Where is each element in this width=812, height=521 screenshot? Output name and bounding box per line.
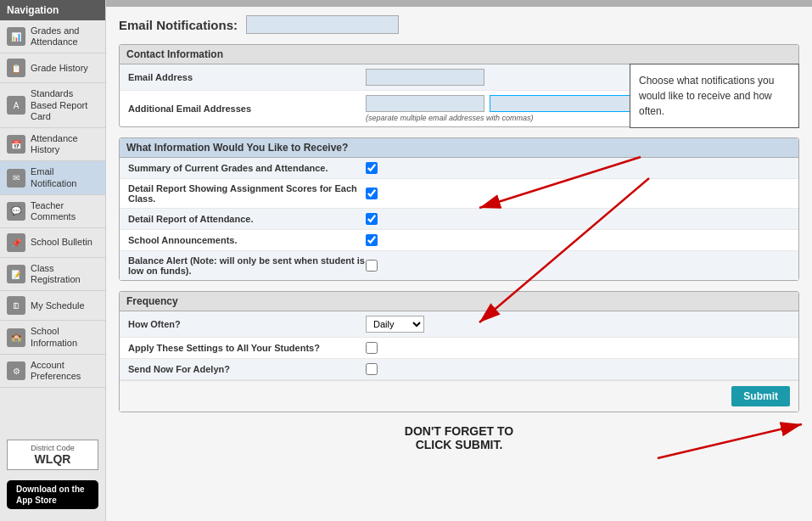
district-code-label: District Code xyxy=(13,444,92,452)
send-now-label: Send Now For Adelyn? xyxy=(128,364,366,374)
sidebar-item-label: Grade History xyxy=(31,63,88,74)
email-notification-icon: ✉ xyxy=(7,169,25,188)
sidebar-item-class-registration[interactable]: 📝 Class Registration xyxy=(0,258,105,291)
info-item-4-label: Balance Alert (Note: will only be sent w… xyxy=(128,255,366,276)
info-item-3-value xyxy=(366,234,790,246)
what-info-section: What Information Would You Like to Recei… xyxy=(119,137,799,281)
apply-settings-row: Apply These Settings to All Your Student… xyxy=(120,338,798,359)
app-store-label: App Store xyxy=(16,495,85,506)
top-bar xyxy=(106,0,812,7)
how-often-select[interactable]: Daily Weekly Monthly xyxy=(366,316,424,333)
sidebar-item-email-notification[interactable]: ✉ Email Notification xyxy=(0,161,105,194)
info-item-4: Balance Alert (Note: will only be sent w… xyxy=(120,251,798,280)
submit-row: Submit xyxy=(120,380,798,412)
sidebar: Navigation 📊 Grades and Attendance 📋 Gra… xyxy=(0,0,106,521)
nav-header: Navigation xyxy=(0,0,105,20)
info-item-0-checkbox[interactable] xyxy=(366,162,378,174)
school-information-icon: 🏫 xyxy=(7,328,25,347)
additional-email-hint: (separate multiple email addresses with … xyxy=(366,114,534,122)
email-notifications-header: Email Notifications: xyxy=(119,15,799,34)
district-code-box: District Code WLQR xyxy=(7,440,98,470)
how-often-value: Daily Weekly Monthly xyxy=(366,316,790,333)
my-schedule-icon: 🗓 xyxy=(7,296,25,315)
sidebar-item-school-bulletin[interactable]: 📌 School Bulletin xyxy=(0,228,105,258)
info-item-3-label: School Announcements. xyxy=(128,235,366,245)
email-notifications-label: Email Notifications: xyxy=(119,18,238,32)
sidebar-item-grades-attendance[interactable]: 📊 Grades and Attendance xyxy=(0,20,105,53)
email-address-input[interactable] xyxy=(366,69,484,86)
what-info-title: What Information Would You Like to Recei… xyxy=(120,138,798,158)
info-item-1-label: Detail Report Showing Assignment Scores … xyxy=(128,183,366,204)
district-code-value: WLQR xyxy=(13,452,92,466)
send-now-checkbox[interactable] xyxy=(366,363,378,375)
sidebar-item-account-preferences[interactable]: ⚙ Account Preferences xyxy=(0,355,105,388)
sidebar-item-grade-history[interactable]: 📋 Grade History xyxy=(0,53,105,83)
sidebar-item-standards-report[interactable]: A Standards Based Report Card xyxy=(0,83,105,128)
contact-information-title: Contact Information xyxy=(120,45,798,64)
attendance-history-icon: 📅 xyxy=(7,135,25,154)
submit-button[interactable]: Submit xyxy=(731,386,790,406)
info-item-2-label: Detail Report of Attendance. xyxy=(128,214,366,224)
sidebar-item-label: Account Preferences xyxy=(31,360,98,382)
apply-settings-checkbox[interactable] xyxy=(366,342,378,354)
info-item-1: Detail Report Showing Assignment Scores … xyxy=(120,179,798,209)
school-bulletin-icon: 📌 xyxy=(7,233,25,252)
main-content: Email Notifications: Contact Information… xyxy=(106,0,812,521)
send-now-row: Send Now For Adelyn? xyxy=(120,359,798,380)
teacher-comments-icon: 💬 xyxy=(7,202,25,221)
sidebar-item-teacher-comments[interactable]: 💬 Teacher Comments xyxy=(0,195,105,228)
footer-note: DON'T FORGET TO CLICK SUBMIT. xyxy=(119,424,799,451)
download-on-label: Download on the xyxy=(16,484,85,495)
info-item-1-value xyxy=(366,188,790,199)
sidebar-item-label: School Bulletin xyxy=(31,237,92,248)
grades-attendance-icon: 📊 xyxy=(7,27,25,46)
info-item-3: School Announcements. xyxy=(120,230,798,251)
send-now-value xyxy=(366,363,790,375)
email-notifications-input[interactable] xyxy=(246,15,399,34)
standards-report-icon: A xyxy=(7,96,25,115)
additional-email-input-2[interactable] xyxy=(490,95,642,112)
frequency-title: Frequency xyxy=(120,292,798,311)
footer-line1: DON'T FORGET TO xyxy=(119,424,799,438)
info-item-1-checkbox[interactable] xyxy=(366,188,378,199)
info-item-0-label: Summary of Current Grades and Attendance… xyxy=(128,163,366,173)
info-item-2: Detail Report of Attendance. xyxy=(120,209,798,230)
how-often-label: How Often? xyxy=(128,319,366,329)
class-registration-icon: 📝 xyxy=(7,265,25,283)
sidebar-item-label: Grades and Attendance xyxy=(31,25,98,48)
tooltip-text: Choose what notifications you would like… xyxy=(639,75,774,117)
sidebar-item-label: Email Notification xyxy=(31,166,98,188)
sidebar-item-label: School Information xyxy=(31,326,98,348)
sidebar-item-school-information[interactable]: 🏫 School Information xyxy=(0,321,105,354)
info-item-2-checkbox[interactable] xyxy=(366,213,378,225)
sidebar-item-my-schedule[interactable]: 🗓 My Schedule xyxy=(0,291,105,321)
info-item-2-value xyxy=(366,213,790,225)
info-item-3-checkbox[interactable] xyxy=(366,234,378,246)
apply-settings-label: Apply These Settings to All Your Student… xyxy=(128,343,366,353)
sidebar-item-label: My Schedule xyxy=(31,300,85,311)
sidebar-item-label: Standards Based Report Card xyxy=(31,88,98,122)
tooltip-box: Choose what notifications you would like… xyxy=(630,64,799,128)
info-item-0: Summary of Current Grades and Attendance… xyxy=(120,158,798,179)
grade-history-icon: 📋 xyxy=(7,59,25,77)
app-store-button[interactable]: Download on the App Store xyxy=(7,480,98,509)
sidebar-item-label: Teacher Comments xyxy=(31,200,98,222)
account-preferences-icon: ⚙ xyxy=(7,361,25,380)
how-often-row: How Often? Daily Weekly Monthly xyxy=(120,311,798,338)
sidebar-item-attendance-history[interactable]: 📅 Attendance History xyxy=(0,128,105,161)
info-item-4-value xyxy=(366,260,790,272)
sidebar-item-label: Attendance History xyxy=(31,133,98,155)
frequency-section: Frequency How Often? Daily Weekly Monthl… xyxy=(119,291,799,412)
additional-email-input-1[interactable] xyxy=(366,95,484,112)
app-store-text: Download on the App Store xyxy=(16,484,85,506)
additional-email-label: Additional Email Addresses xyxy=(128,104,366,114)
info-item-0-value xyxy=(366,162,790,174)
apply-settings-value xyxy=(366,342,790,354)
info-item-4-checkbox[interactable] xyxy=(366,260,378,272)
email-address-label: Email Address xyxy=(128,72,366,82)
footer-line2: CLICK SUBMIT. xyxy=(119,438,799,451)
sidebar-item-label: Class Registration xyxy=(31,263,98,285)
